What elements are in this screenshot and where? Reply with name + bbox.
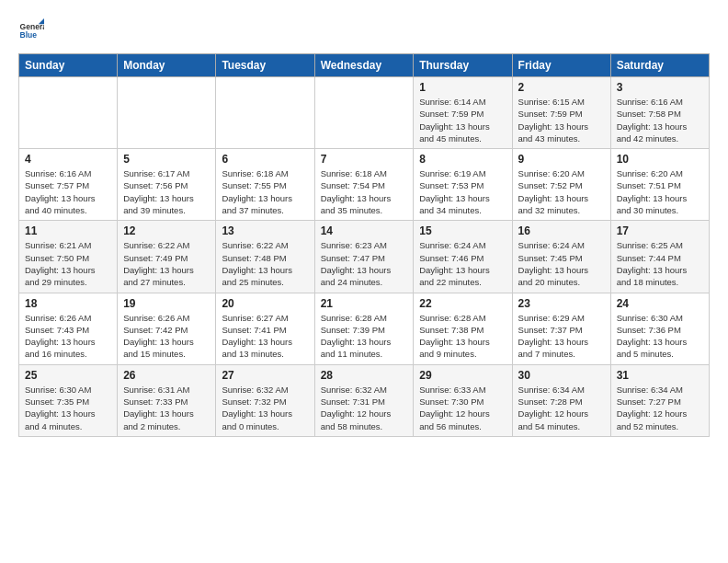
calendar-cell xyxy=(118,77,216,149)
calendar-cell: 20Sunrise: 6:27 AM Sunset: 7:41 PM Dayli… xyxy=(216,293,314,364)
day-number: 30 xyxy=(518,369,605,382)
day-info: Sunrise: 6:24 AM Sunset: 7:45 PM Dayligh… xyxy=(518,239,605,288)
calendar-cell: 3Sunrise: 6:16 AM Sunset: 7:58 PM Daylig… xyxy=(610,77,709,149)
day-info: Sunrise: 6:16 AM Sunset: 7:57 PM Dayligh… xyxy=(25,167,111,216)
calendar-cell xyxy=(216,77,314,149)
day-number: 14 xyxy=(321,224,408,237)
calendar-week-row: 1Sunrise: 6:14 AM Sunset: 7:59 PM Daylig… xyxy=(19,77,710,149)
day-number: 23 xyxy=(518,297,605,310)
day-info: Sunrise: 6:17 AM Sunset: 7:56 PM Dayligh… xyxy=(123,167,210,216)
day-number: 31 xyxy=(617,369,703,382)
calendar-week-row: 4Sunrise: 6:16 AM Sunset: 7:57 PM Daylig… xyxy=(19,149,710,221)
day-number: 18 xyxy=(25,297,111,310)
day-number: 6 xyxy=(222,153,308,166)
day-info: Sunrise: 6:27 AM Sunset: 7:41 PM Dayligh… xyxy=(222,312,308,361)
calendar-cell: 27Sunrise: 6:32 AM Sunset: 7:32 PM Dayli… xyxy=(216,364,314,436)
calendar-cell: 31Sunrise: 6:34 AM Sunset: 7:27 PM Dayli… xyxy=(610,364,709,436)
day-number: 21 xyxy=(321,297,408,310)
day-info: Sunrise: 6:22 AM Sunset: 7:48 PM Dayligh… xyxy=(222,239,308,288)
day-info: Sunrise: 6:18 AM Sunset: 7:54 PM Dayligh… xyxy=(321,167,408,216)
calendar-cell: 6Sunrise: 6:18 AM Sunset: 7:55 PM Daylig… xyxy=(216,149,314,221)
calendar-cell: 19Sunrise: 6:26 AM Sunset: 7:42 PM Dayli… xyxy=(118,293,216,364)
day-number: 20 xyxy=(222,297,308,310)
day-number: 25 xyxy=(25,369,111,382)
day-number: 2 xyxy=(518,81,605,94)
day-number: 15 xyxy=(419,224,506,237)
day-number: 27 xyxy=(222,369,308,382)
day-info: Sunrise: 6:14 AM Sunset: 7:59 PM Dayligh… xyxy=(419,96,506,144)
calendar-cell: 25Sunrise: 6:30 AM Sunset: 7:35 PM Dayli… xyxy=(19,364,118,436)
calendar-cell: 4Sunrise: 6:16 AM Sunset: 7:57 PM Daylig… xyxy=(19,149,118,221)
day-info: Sunrise: 6:22 AM Sunset: 7:49 PM Dayligh… xyxy=(123,239,210,288)
day-number: 17 xyxy=(617,224,703,237)
day-number: 28 xyxy=(321,369,408,382)
day-info: Sunrise: 6:30 AM Sunset: 7:36 PM Dayligh… xyxy=(617,312,703,361)
calendar-header-row: SundayMondayTuesdayWednesdayThursdayFrid… xyxy=(19,54,710,77)
day-info: Sunrise: 6:26 AM Sunset: 7:43 PM Dayligh… xyxy=(25,312,111,361)
calendar-cell: 13Sunrise: 6:22 AM Sunset: 7:48 PM Dayli… xyxy=(216,221,314,293)
day-number: 1 xyxy=(419,81,506,94)
day-number: 4 xyxy=(25,153,111,166)
day-info: Sunrise: 6:20 AM Sunset: 7:51 PM Dayligh… xyxy=(617,167,703,216)
calendar-cell: 21Sunrise: 6:28 AM Sunset: 7:39 PM Dayli… xyxy=(314,293,414,364)
day-info: Sunrise: 6:31 AM Sunset: 7:33 PM Dayligh… xyxy=(123,384,210,432)
calendar-table: SundayMondayTuesdayWednesdayThursdayFrid… xyxy=(18,53,710,437)
calendar-cell: 30Sunrise: 6:34 AM Sunset: 7:28 PM Dayli… xyxy=(512,364,610,436)
calendar-cell: 16Sunrise: 6:24 AM Sunset: 7:45 PM Dayli… xyxy=(512,221,610,293)
day-info: Sunrise: 6:32 AM Sunset: 7:31 PM Dayligh… xyxy=(321,384,408,432)
day-info: Sunrise: 6:18 AM Sunset: 7:55 PM Dayligh… xyxy=(222,167,308,216)
calendar-cell: 15Sunrise: 6:24 AM Sunset: 7:46 PM Dayli… xyxy=(414,221,512,293)
day-number: 16 xyxy=(518,224,605,237)
calendar-cell: 29Sunrise: 6:33 AM Sunset: 7:30 PM Dayli… xyxy=(414,364,512,436)
day-info: Sunrise: 6:15 AM Sunset: 7:59 PM Dayligh… xyxy=(518,96,605,144)
calendar-cell: 1Sunrise: 6:14 AM Sunset: 7:59 PM Daylig… xyxy=(414,77,512,149)
day-number: 11 xyxy=(25,224,111,237)
day-info: Sunrise: 6:32 AM Sunset: 7:32 PM Dayligh… xyxy=(222,384,308,432)
page-header: General Blue xyxy=(18,18,710,44)
calendar-cell: 17Sunrise: 6:25 AM Sunset: 7:44 PM Dayli… xyxy=(610,221,709,293)
day-info: Sunrise: 6:34 AM Sunset: 7:28 PM Dayligh… xyxy=(518,384,605,432)
weekday-header-monday: Monday xyxy=(118,54,216,77)
calendar-cell xyxy=(314,77,414,149)
day-info: Sunrise: 6:28 AM Sunset: 7:39 PM Dayligh… xyxy=(321,312,408,361)
weekday-header-wednesday: Wednesday xyxy=(314,54,414,77)
calendar-week-row: 18Sunrise: 6:26 AM Sunset: 7:43 PM Dayli… xyxy=(19,293,710,364)
calendar-cell: 22Sunrise: 6:28 AM Sunset: 7:38 PM Dayli… xyxy=(414,293,512,364)
day-info: Sunrise: 6:34 AM Sunset: 7:27 PM Dayligh… xyxy=(617,384,703,432)
calendar-cell: 14Sunrise: 6:23 AM Sunset: 7:47 PM Dayli… xyxy=(314,221,414,293)
calendar-cell: 11Sunrise: 6:21 AM Sunset: 7:50 PM Dayli… xyxy=(19,221,118,293)
day-number: 9 xyxy=(518,153,605,166)
calendar-cell: 26Sunrise: 6:31 AM Sunset: 7:33 PM Dayli… xyxy=(118,364,216,436)
calendar-cell: 7Sunrise: 6:18 AM Sunset: 7:54 PM Daylig… xyxy=(314,149,414,221)
day-info: Sunrise: 6:28 AM Sunset: 7:38 PM Dayligh… xyxy=(419,312,506,361)
day-number: 19 xyxy=(123,297,210,310)
weekday-header-tuesday: Tuesday xyxy=(216,54,314,77)
calendar-cell: 28Sunrise: 6:32 AM Sunset: 7:31 PM Dayli… xyxy=(314,364,414,436)
day-info: Sunrise: 6:16 AM Sunset: 7:58 PM Dayligh… xyxy=(617,96,703,144)
day-number: 10 xyxy=(617,153,703,166)
logo-icon: General Blue xyxy=(18,18,44,44)
calendar-cell: 2Sunrise: 6:15 AM Sunset: 7:59 PM Daylig… xyxy=(512,77,610,149)
day-number: 22 xyxy=(419,297,506,310)
day-number: 5 xyxy=(123,153,210,166)
day-number: 26 xyxy=(123,369,210,382)
day-info: Sunrise: 6:21 AM Sunset: 7:50 PM Dayligh… xyxy=(25,239,111,288)
day-number: 29 xyxy=(419,369,506,382)
weekday-header-thursday: Thursday xyxy=(414,54,512,77)
day-info: Sunrise: 6:33 AM Sunset: 7:30 PM Dayligh… xyxy=(419,384,506,432)
weekday-header-saturday: Saturday xyxy=(610,54,709,77)
weekday-header-sunday: Sunday xyxy=(19,54,118,77)
calendar-cell: 8Sunrise: 6:19 AM Sunset: 7:53 PM Daylig… xyxy=(414,149,512,221)
day-info: Sunrise: 6:30 AM Sunset: 7:35 PM Dayligh… xyxy=(25,384,111,432)
day-info: Sunrise: 6:29 AM Sunset: 7:37 PM Dayligh… xyxy=(518,312,605,361)
day-info: Sunrise: 6:26 AM Sunset: 7:42 PM Dayligh… xyxy=(123,312,210,361)
calendar-cell: 23Sunrise: 6:29 AM Sunset: 7:37 PM Dayli… xyxy=(512,293,610,364)
day-info: Sunrise: 6:25 AM Sunset: 7:44 PM Dayligh… xyxy=(617,239,703,288)
day-info: Sunrise: 6:19 AM Sunset: 7:53 PM Dayligh… xyxy=(419,167,506,216)
day-info: Sunrise: 6:20 AM Sunset: 7:52 PM Dayligh… xyxy=(518,167,605,216)
weekday-header-friday: Friday xyxy=(512,54,610,77)
calendar-cell: 10Sunrise: 6:20 AM Sunset: 7:51 PM Dayli… xyxy=(610,149,709,221)
day-info: Sunrise: 6:23 AM Sunset: 7:47 PM Dayligh… xyxy=(321,239,408,288)
day-number: 7 xyxy=(321,153,408,166)
day-number: 13 xyxy=(222,224,308,237)
